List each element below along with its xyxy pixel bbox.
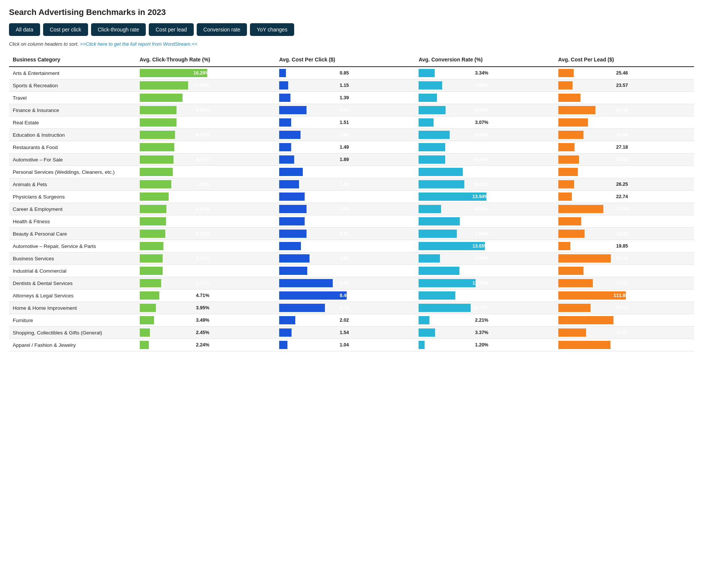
cell-category: Education & Instruction bbox=[9, 129, 136, 141]
cell-cvr: 5.47% bbox=[415, 154, 554, 166]
col-header-cvr[interactable]: Avg. Conversion Rate (%) bbox=[415, 54, 554, 67]
cell-cpc: 3.80 bbox=[275, 252, 415, 265]
cell-cvr: 6.39% bbox=[415, 129, 554, 141]
table-row: Education & Instruction 8.51% 2.68 6.39%… bbox=[9, 129, 694, 141]
cell-cpl: 27.18 bbox=[555, 141, 694, 154]
cell-ctr: 7.62% bbox=[136, 178, 275, 191]
cell-cvr: 4.86% bbox=[415, 79, 554, 92]
cell-category: Dentists & Dental Services bbox=[9, 277, 136, 290]
cell-cvr: 7.56% bbox=[415, 290, 554, 302]
cell-cpl: 23.57 bbox=[555, 79, 694, 92]
benchmark-table: Business Category Avg. Click-Through Rat… bbox=[9, 54, 694, 351]
cell-cvr: 3.37% bbox=[415, 327, 554, 339]
table-row: Industrial & Commercial 5.51% 3.50 8.41%… bbox=[9, 265, 694, 277]
cell-ctr: 8.37% bbox=[136, 141, 275, 154]
table-row: Personal Services (Weddings, Cleaners, e… bbox=[9, 166, 694, 178]
cell-cpl: 41.60 bbox=[555, 265, 694, 277]
cell-cvr: 4.37% bbox=[415, 252, 554, 265]
cell-cpl: 61.38 bbox=[555, 104, 694, 116]
cell-cpc: 1.54 bbox=[275, 327, 415, 339]
cell-cvr: 13.65% bbox=[415, 240, 554, 252]
cell-cpl: 36.78 bbox=[555, 92, 694, 104]
tab-conversion-rate[interactable]: Conversion rate bbox=[197, 23, 247, 36]
cell-category: Health & Fitness bbox=[9, 215, 136, 228]
cell-cvr: 2.21% bbox=[415, 314, 554, 327]
cell-ctr: 6.39% bbox=[136, 215, 275, 228]
col-header-category[interactable]: Business Category bbox=[9, 54, 136, 67]
cell-cpc: 1.51 bbox=[275, 116, 415, 129]
cell-category: Industrial & Commercial bbox=[9, 265, 136, 277]
cell-ctr: 10.29% bbox=[136, 92, 275, 104]
cell-ctr: 2.45% bbox=[136, 327, 275, 339]
cell-ctr: 8.85% bbox=[136, 116, 275, 129]
cell-cpl: 43.39 bbox=[555, 228, 694, 240]
cell-ctr: 8.88% bbox=[136, 104, 275, 116]
table-row: Health & Fitness 6.39% 3.21 8.49% 37.79 bbox=[9, 215, 694, 228]
cell-cpc: 2.48 bbox=[275, 178, 415, 191]
cell-cvr: 7.88% bbox=[415, 228, 554, 240]
cell-cpl: 22.74 bbox=[555, 191, 694, 203]
table-row: Sports & Recreation 11.69% 1.15 4.86% 23… bbox=[9, 79, 694, 92]
cell-cpc: 3.50 bbox=[275, 265, 415, 277]
cell-cvr: 10.73% bbox=[415, 302, 554, 314]
cell-ctr: 5.75% bbox=[136, 240, 275, 252]
cell-category: Travel bbox=[9, 92, 136, 104]
cell-cpl: 87.04 bbox=[555, 252, 694, 265]
cell-cvr: 5.50% bbox=[415, 141, 554, 154]
table-row: Business Services 5.51% 3.80 4.37% 87.04 bbox=[9, 252, 694, 265]
cell-cpc: 3.42 bbox=[275, 228, 415, 240]
tab-cost-per-click[interactable]: Cost per click bbox=[43, 23, 88, 36]
cell-category: Real Estate bbox=[9, 116, 136, 129]
cell-cvr: 8.49% bbox=[415, 215, 554, 228]
cell-category: Animals & Pets bbox=[9, 178, 136, 191]
cell-cpc: 5.74 bbox=[275, 302, 415, 314]
tab-all-data[interactable]: All data bbox=[9, 23, 40, 36]
cell-ctr: 4.71% bbox=[136, 290, 275, 302]
cell-ctr: 8.15% bbox=[136, 154, 275, 166]
table-row: Automotive – Repair, Service & Parts 5.7… bbox=[9, 240, 694, 252]
cell-cpl: 74.56 bbox=[555, 203, 694, 215]
cell-ctr: 5.15% bbox=[136, 277, 275, 290]
cell-category: Automotive – For Sale bbox=[9, 154, 136, 166]
cell-cvr: 13.94% bbox=[415, 191, 554, 203]
table-row: Travel 10.29% 1.39 3.77% 36.78 bbox=[9, 92, 694, 104]
cell-cpc: 3.21 bbox=[275, 215, 415, 228]
table-row: Animals & Pets 7.62% 2.48 9.43% 26.25 bbox=[9, 178, 694, 191]
cell-category: Apparel / Fashion & Jewelry bbox=[9, 339, 136, 351]
cell-cpl: 86.41 bbox=[555, 339, 694, 351]
cell-ctr: 7.00% bbox=[136, 191, 275, 203]
cell-category: Physicians & Surgeons bbox=[9, 191, 136, 203]
table-row: Furniture 3.49% 2.02 2.21% 91.47 bbox=[9, 314, 694, 327]
tab-yoy-changes[interactable]: YoY changes bbox=[250, 23, 294, 36]
table-row: Beauty & Personal Care 6.16% 3.42 7.88% … bbox=[9, 228, 694, 240]
col-header-cpc[interactable]: Avg. Cost Per Click ($) bbox=[275, 54, 415, 67]
cell-ctr: 16.29% bbox=[136, 67, 275, 79]
table-row: Shopping, Collectibles & Gifts (General)… bbox=[9, 327, 694, 339]
cell-ctr: 5.51% bbox=[136, 252, 275, 265]
cell-cpl: 91.47 bbox=[555, 314, 694, 327]
cell-category: Shopping, Collectibles & Gifts (General) bbox=[9, 327, 136, 339]
cell-cvr: 9.10% bbox=[415, 166, 554, 178]
cell-ctr: 6.16% bbox=[136, 228, 275, 240]
cell-ctr: 6.41% bbox=[136, 203, 275, 215]
cell-cpc: 1.15 bbox=[275, 79, 415, 92]
cell-cvr: 1.20% bbox=[415, 339, 554, 351]
report-link[interactable]: >>Click here to get the full report from… bbox=[80, 41, 197, 47]
cell-cpl: 19.85 bbox=[555, 240, 694, 252]
cell-ctr: 3.95% bbox=[136, 302, 275, 314]
cell-category: Attorneys & Legal Services bbox=[9, 290, 136, 302]
tab-click-through-rate[interactable]: Click-through rate bbox=[91, 23, 146, 36]
cell-ctr: 2.24% bbox=[136, 339, 275, 351]
cell-category: Beauty & Personal Care bbox=[9, 228, 136, 240]
tab-cost-per-lead[interactable]: Cost per lead bbox=[149, 23, 193, 36]
cell-category: Home & Home Improvement bbox=[9, 302, 136, 314]
page-title: Search Advertising Benchmarks in 2023 bbox=[9, 7, 694, 17]
cell-cpc: 1.49 bbox=[275, 141, 415, 154]
col-header-ctr[interactable]: Avg. Click-Through Rate (%) bbox=[136, 54, 275, 67]
cell-cpc: 0.85 bbox=[275, 67, 415, 79]
table-row: Attorneys & Legal Services 4.71% 8.46 7.… bbox=[9, 290, 694, 302]
col-header-cpl[interactable]: Avg. Cost Per Lead ($) bbox=[555, 54, 694, 67]
cell-cpl: 26.25 bbox=[555, 178, 694, 191]
note: Click on column headers to sort. >>Click… bbox=[9, 41, 694, 47]
table-row: Real Estate 8.85% 1.51 3.07% 49.25 bbox=[9, 116, 694, 129]
